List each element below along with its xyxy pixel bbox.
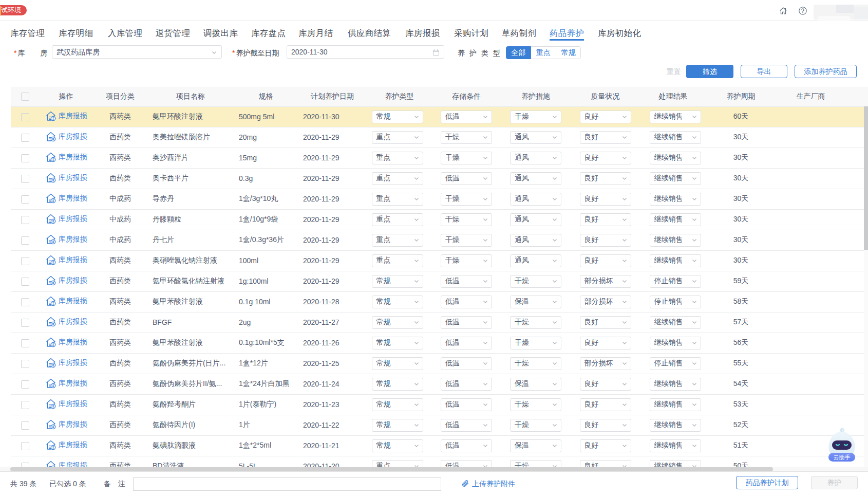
svg-text:云助手: 云助手 bbox=[834, 454, 851, 461]
